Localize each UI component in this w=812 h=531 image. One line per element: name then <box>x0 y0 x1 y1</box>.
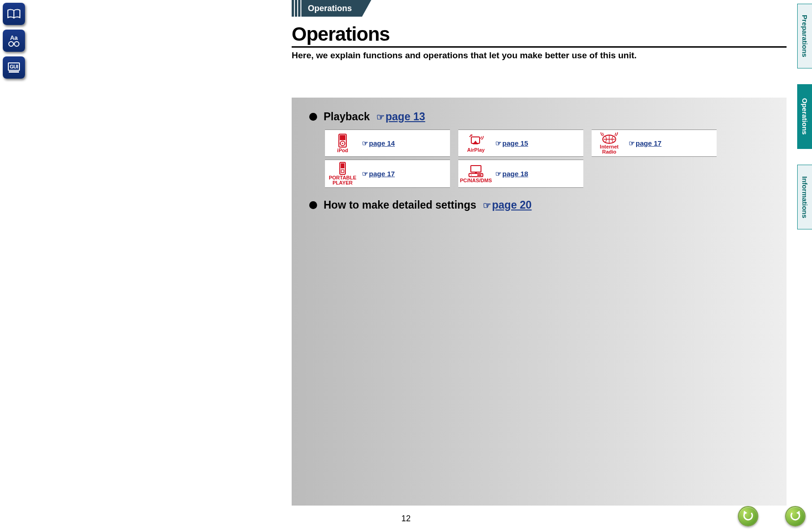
page-title: Operations <box>292 23 787 48</box>
next-page-button[interactable] <box>785 506 806 526</box>
ipod-icon: iPod <box>329 134 356 153</box>
playback-cards: iPod ☞page 14 AirPlay ☞page 15 <box>325 130 769 188</box>
svg-point-5 <box>342 142 344 144</box>
intro-text: Here, we explain functions and operation… <box>292 50 787 61</box>
card-portable-link: ☞page 17 <box>362 170 395 178</box>
hand-icon: ☞ <box>483 200 491 211</box>
content-box: Playback ☞page 13 iPod ☞page 14 <box>292 98 787 506</box>
card-pc-nas-link: ☞page 18 <box>495 170 528 178</box>
hand-icon: ☞ <box>362 170 368 178</box>
svg-point-0 <box>9 42 13 46</box>
svg-point-6 <box>471 134 473 136</box>
gui-label: GUI <box>8 62 20 71</box>
playback-heading: Playback ☞page 13 <box>309 111 769 123</box>
prev-page-button[interactable] <box>738 506 758 526</box>
svg-point-1 <box>14 42 19 46</box>
card-internet-radio-link: ☞page 17 <box>629 139 662 148</box>
index-button[interactable]: Aa <box>3 30 25 52</box>
svg-point-15 <box>471 174 472 175</box>
section-tab-label: Operations <box>301 0 362 17</box>
svg-rect-12 <box>341 170 344 173</box>
gui-button[interactable]: GUI <box>3 56 25 79</box>
stripe-decoration <box>292 0 300 17</box>
bullet-icon <box>309 113 317 121</box>
toc-button[interactable] <box>3 3 25 25</box>
svg-marker-18 <box>796 511 800 515</box>
tab-informations[interactable]: Informations <box>797 165 812 229</box>
book-icon <box>7 9 21 19</box>
svg-marker-17 <box>743 511 747 515</box>
tab-operations[interactable]: Operations <box>797 84 812 149</box>
right-tabs: Preparations Operations Informations <box>797 4 812 229</box>
left-sidebar: Aa GUI <box>3 3 25 79</box>
card-pc-nas-dms[interactable]: PC/NAS/DMS ☞page 18 <box>458 160 583 188</box>
settings-link[interactable]: ☞page 20 <box>483 199 532 211</box>
playback-label: Playback <box>324 111 370 123</box>
card-airplay-link: ☞page 15 <box>495 139 528 148</box>
monitor-stand-icon <box>9 71 19 73</box>
airplay-icon: AirPlay <box>462 134 490 153</box>
hand-icon: ☞ <box>495 139 501 148</box>
settings-label: How to make detailed settings <box>324 199 476 211</box>
card-portable-player[interactable]: PORTABLEPLAYER ☞page 17 <box>325 160 450 188</box>
card-ipod-link: ☞page 14 <box>362 139 395 148</box>
card-ipod[interactable]: iPod ☞page 14 <box>325 130 450 157</box>
hand-icon: ☞ <box>495 170 501 178</box>
card-internet-radio[interactable]: InternetRadio ☞page 17 <box>592 130 717 157</box>
svg-rect-13 <box>471 166 481 172</box>
svg-marker-8 <box>473 141 478 144</box>
settings-heading: How to make detailed settings ☞page 20 <box>309 199 769 211</box>
hand-icon: ☞ <box>629 139 635 148</box>
page-content: Operations Operations Here, we explain f… <box>292 0 787 506</box>
hand-icon: ☞ <box>376 111 385 123</box>
card-airplay[interactable]: AirPlay ☞page 15 <box>458 130 583 157</box>
undo-arrow-icon <box>742 510 754 522</box>
svg-rect-16 <box>477 174 481 176</box>
page-nav-buttons <box>738 506 806 526</box>
section-tab-header: Operations <box>292 0 787 17</box>
page-number: 12 <box>401 514 411 524</box>
bullet-icon <box>309 201 317 209</box>
svg-rect-11 <box>341 163 344 168</box>
pc-nas-icon: PC/NAS/DMS <box>462 165 490 183</box>
internet-radio-icon: InternetRadio <box>595 132 623 154</box>
aa-label: Aa <box>10 35 18 41</box>
hand-icon: ☞ <box>362 139 368 148</box>
portable-player-icon: PORTABLEPLAYER <box>329 162 356 185</box>
playback-link[interactable]: ☞page 13 <box>376 111 425 123</box>
svg-rect-3 <box>340 135 345 140</box>
tab-preparations[interactable]: Preparations <box>797 4 812 68</box>
binoculars-icon <box>8 41 20 47</box>
redo-arrow-icon <box>789 510 801 522</box>
